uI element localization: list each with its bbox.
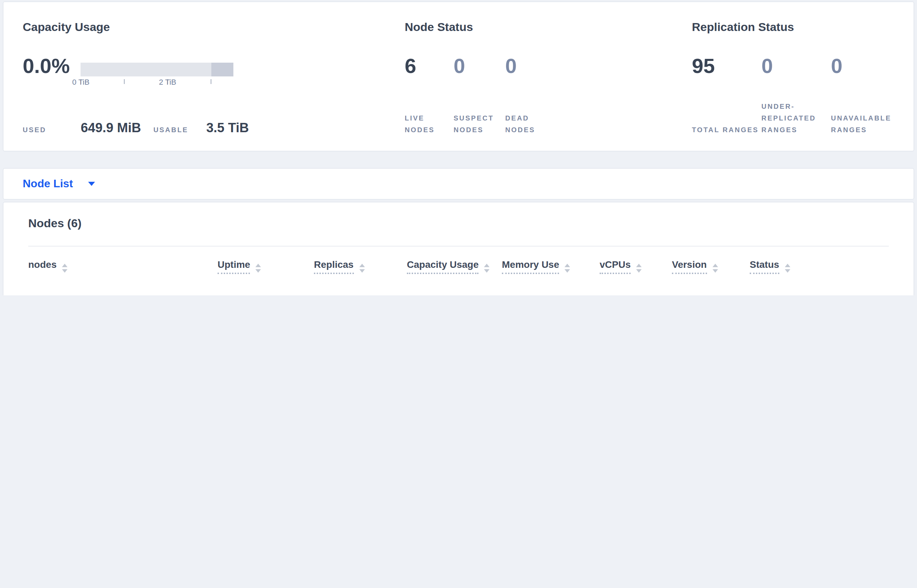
- sort-icon: [62, 264, 68, 273]
- column-header-label: Status: [750, 259, 779, 274]
- tick-label-0: 0 TiB: [72, 78, 89, 86]
- replication-status-section: Replication Status 95TOTAL RANGES0UNDER-…: [692, 20, 914, 136]
- capacity-percent-value: 0.0%: [23, 54, 70, 84]
- capacity-stats: USED 649.9 MiB USABLE 3.5 TiB: [23, 121, 405, 136]
- column-header-label: vCPUs: [600, 259, 631, 274]
- column-header-label: Capacity Usage: [407, 259, 479, 274]
- summary-metric: 0UNAVAILABLE RANGES: [831, 54, 914, 136]
- metric-label: TOTAL RANGES: [692, 124, 759, 136]
- usable-label: USABLE: [153, 126, 188, 134]
- node-list-dropdown[interactable]: Node List: [23, 178, 95, 190]
- replication-status-metrics: 95TOTAL RANGES0UNDER-REPLICATED RANGES0U…: [692, 54, 914, 136]
- table-row: localhost:26257 (n1)9 minutes800%1%8v22.…: [28, 285, 896, 296]
- summary-metric: 6LIVE NODES: [405, 54, 454, 136]
- replication-status-title: Replication Status: [692, 20, 914, 35]
- cluster-summary-card: Capacity Usage 0.0% 0 TiB 2 TiB: [3, 2, 914, 152]
- sort-icon: [359, 264, 365, 273]
- nodes-table: nodesUptimeReplicasCapacity UsageMemory …: [28, 247, 896, 296]
- column-header-address[interactable]: nodes: [28, 247, 218, 285]
- sort-icon: [712, 264, 718, 273]
- sort-icon: [636, 264, 642, 273]
- metric-label: SUSPECT NODES: [454, 112, 498, 136]
- column-header-capacity[interactable]: Capacity Usage: [407, 247, 502, 285]
- node-list-dropdown-label: Node List: [23, 178, 73, 190]
- metric-label: DEAD NODES: [505, 112, 549, 136]
- metric-value: 6: [405, 54, 454, 78]
- node-status-metrics: 6LIVE NODES0SUSPECT NODES0DEAD NODES: [405, 54, 692, 136]
- column-header-status[interactable]: Status: [750, 247, 830, 285]
- sort-icon: [256, 264, 261, 273]
- capacity-usage-body: 0.0% 0 TiB 2 TiB: [23, 54, 405, 84]
- sort-icon: [785, 264, 790, 273]
- chevron-down-icon: [88, 182, 95, 186]
- usable-value: 3.5 TiB: [206, 121, 249, 136]
- tick-label-2: 2 TiB: [159, 78, 176, 86]
- used-label: USED: [23, 126, 46, 134]
- column-header-label: nodes: [28, 259, 57, 274]
- capacity-axis: [81, 79, 234, 84]
- used-value: 649.9 MiB: [81, 121, 141, 136]
- column-header-version[interactable]: Version: [672, 247, 750, 285]
- column-header-label: Uptime: [218, 259, 250, 274]
- metric-value: 0: [761, 54, 831, 78]
- summary-metric: 0SUSPECT NODES: [454, 54, 505, 136]
- metric-value: 0: [505, 54, 557, 78]
- sort-icon: [484, 264, 490, 273]
- node-status-title: Node Status: [405, 20, 692, 35]
- nodes-table-title: Nodes (6): [28, 216, 914, 231]
- column-header-logs: [830, 247, 896, 285]
- summary-metric: 0DEAD NODES: [505, 54, 557, 136]
- nodes-card: Nodes (6) nodesUptimeReplicasCapacity Us…: [3, 202, 914, 296]
- metric-label: UNDER-REPLICATED RANGES: [761, 100, 829, 136]
- capacity-usage-title: Capacity Usage: [23, 20, 405, 35]
- capacity-usage-section: Capacity Usage 0.0% 0 TiB 2 TiB: [3, 20, 405, 136]
- column-header-label: Memory Use: [502, 259, 559, 274]
- capacity-bar-chart: 0 TiB 2 TiB: [81, 54, 234, 84]
- metric-label: LIVE NODES: [405, 112, 449, 136]
- page: Capacity Usage 0.0% 0 TiB 2 TiB: [0, 2, 917, 296]
- column-header-uptime[interactable]: Uptime: [218, 247, 314, 285]
- capacity-bar-track: [81, 63, 234, 76]
- capacity-bar-segment: [211, 63, 234, 76]
- tick-mark: [211, 79, 212, 84]
- column-header-label: Replicas: [314, 259, 354, 274]
- summary-metric: 0UNDER-REPLICATED RANGES: [761, 54, 831, 136]
- metric-label: UNAVAILABLE RANGES: [831, 112, 898, 136]
- table-header-row: nodesUptimeReplicasCapacity UsageMemory …: [28, 247, 896, 285]
- column-header-vcpus[interactable]: vCPUs: [600, 247, 672, 285]
- view-selector-card: Node List: [3, 168, 914, 200]
- column-header-label: Version: [672, 259, 707, 274]
- metric-value: 0: [454, 54, 505, 78]
- tick-mark: [124, 79, 125, 84]
- sort-icon: [565, 264, 570, 273]
- metric-value: 95: [692, 54, 761, 78]
- column-header-replicas[interactable]: Replicas: [314, 247, 407, 285]
- metric-value: 0: [831, 54, 914, 78]
- summary-metric: 95TOTAL RANGES: [692, 54, 761, 136]
- column-header-memory[interactable]: Memory Use: [502, 247, 600, 285]
- node-status-section: Node Status 6LIVE NODES0SUSPECT NODES0DE…: [405, 20, 692, 136]
